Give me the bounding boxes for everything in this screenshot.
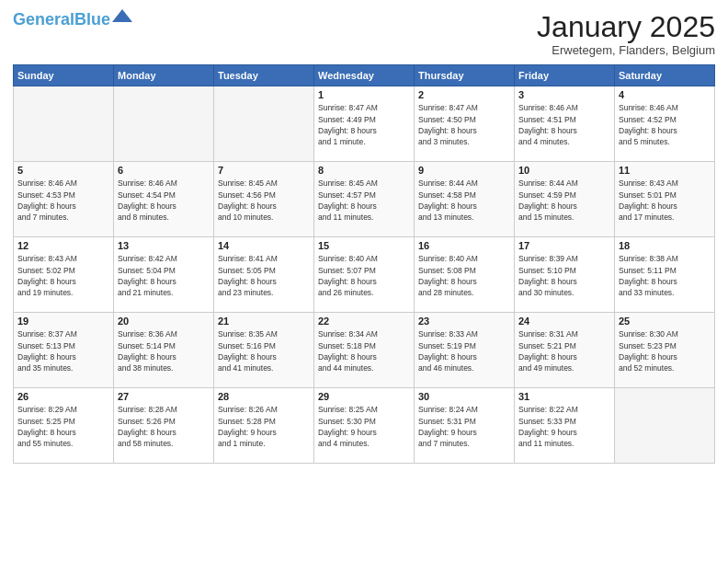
calendar-week-row: 26Sunrise: 8:29 AMSunset: 5:25 PMDayligh… <box>14 388 715 464</box>
table-row: 14Sunrise: 8:41 AMSunset: 5:05 PMDayligh… <box>214 237 314 313</box>
day-info: Sunrise: 8:46 AMSunset: 4:51 PMDaylight:… <box>518 102 610 147</box>
col-wednesday: Wednesday <box>314 65 415 86</box>
table-row <box>14 86 114 162</box>
day-info: Sunrise: 8:46 AMSunset: 4:53 PMDaylight:… <box>17 178 109 223</box>
location: Erwetegem, Flanders, Belgium <box>537 43 715 57</box>
day-info: Sunrise: 8:22 AMSunset: 5:33 PMDaylight:… <box>518 404 610 449</box>
day-number: 28 <box>218 391 310 402</box>
day-number: 17 <box>518 240 610 251</box>
day-info: Sunrise: 8:42 AMSunset: 5:04 PMDaylight:… <box>118 253 210 298</box>
day-number: 21 <box>218 316 310 327</box>
month-title: January 2025 <box>537 11 715 43</box>
calendar-week-row: 5Sunrise: 8:46 AMSunset: 4:53 PMDaylight… <box>14 162 715 237</box>
day-number: 30 <box>418 391 510 402</box>
day-info: Sunrise: 8:45 AMSunset: 4:57 PMDaylight:… <box>318 178 410 223</box>
day-number: 19 <box>17 316 109 327</box>
day-info: Sunrise: 8:28 AMSunset: 5:26 PMDaylight:… <box>118 404 210 449</box>
day-number: 15 <box>318 240 410 251</box>
table-row: 8Sunrise: 8:45 AMSunset: 4:57 PMDaylight… <box>314 162 415 237</box>
day-info: Sunrise: 8:47 AMSunset: 4:50 PMDaylight:… <box>418 102 510 147</box>
calendar-week-row: 19Sunrise: 8:37 AMSunset: 5:13 PMDayligh… <box>14 313 715 388</box>
day-number: 22 <box>318 316 410 327</box>
day-info: Sunrise: 8:46 AMSunset: 4:54 PMDaylight:… <box>118 178 210 223</box>
table-row: 21Sunrise: 8:35 AMSunset: 5:16 PMDayligh… <box>214 313 314 388</box>
day-number: 8 <box>318 165 410 176</box>
table-row: 10Sunrise: 8:44 AMSunset: 4:59 PMDayligh… <box>515 162 615 237</box>
table-row: 24Sunrise: 8:31 AMSunset: 5:21 PMDayligh… <box>515 313 615 388</box>
table-row <box>114 86 214 162</box>
day-number: 26 <box>17 391 109 402</box>
table-row: 2Sunrise: 8:47 AMSunset: 4:50 PMDaylight… <box>415 86 515 162</box>
day-number: 10 <box>518 165 610 176</box>
table-row: 4Sunrise: 8:46 AMSunset: 4:52 PMDaylight… <box>615 86 715 162</box>
col-sunday: Sunday <box>14 65 114 86</box>
col-friday: Friday <box>515 65 615 86</box>
day-info: Sunrise: 8:29 AMSunset: 5:25 PMDaylight:… <box>17 404 109 449</box>
day-number: 5 <box>17 165 109 176</box>
day-info: Sunrise: 8:35 AMSunset: 5:16 PMDaylight:… <box>218 328 310 373</box>
table-row: 22Sunrise: 8:34 AMSunset: 5:18 PMDayligh… <box>314 313 415 388</box>
table-row: 17Sunrise: 8:39 AMSunset: 5:10 PMDayligh… <box>515 237 615 313</box>
table-row: 18Sunrise: 8:38 AMSunset: 5:11 PMDayligh… <box>615 237 715 313</box>
day-info: Sunrise: 8:39 AMSunset: 5:10 PMDaylight:… <box>518 253 610 298</box>
day-info: Sunrise: 8:26 AMSunset: 5:28 PMDaylight:… <box>218 404 310 449</box>
day-info: Sunrise: 8:40 AMSunset: 5:08 PMDaylight:… <box>418 253 510 298</box>
day-info: Sunrise: 8:40 AMSunset: 5:07 PMDaylight:… <box>318 253 410 298</box>
day-number: 29 <box>318 391 410 402</box>
calendar-week-row: 1Sunrise: 8:47 AMSunset: 4:49 PMDaylight… <box>14 86 715 162</box>
day-info: Sunrise: 8:44 AMSunset: 4:59 PMDaylight:… <box>518 178 610 223</box>
day-info: Sunrise: 8:37 AMSunset: 5:13 PMDaylight:… <box>17 328 109 373</box>
table-row: 6Sunrise: 8:46 AMSunset: 4:54 PMDaylight… <box>114 162 214 237</box>
day-info: Sunrise: 8:30 AMSunset: 5:23 PMDaylight:… <box>619 328 711 373</box>
table-row <box>214 86 314 162</box>
day-number: 7 <box>218 165 310 176</box>
table-row: 19Sunrise: 8:37 AMSunset: 5:13 PMDayligh… <box>14 313 114 388</box>
col-thursday: Thursday <box>415 65 515 86</box>
header: GeneralBlue January 2025 Erwetegem, Flan… <box>13 11 715 57</box>
day-info: Sunrise: 8:46 AMSunset: 4:52 PMDaylight:… <box>619 102 711 147</box>
table-row: 3Sunrise: 8:46 AMSunset: 4:51 PMDaylight… <box>515 86 615 162</box>
day-number: 20 <box>118 316 210 327</box>
day-info: Sunrise: 8:33 AMSunset: 5:19 PMDaylight:… <box>418 328 510 373</box>
table-row: 27Sunrise: 8:28 AMSunset: 5:26 PMDayligh… <box>114 388 214 464</box>
table-row: 20Sunrise: 8:36 AMSunset: 5:14 PMDayligh… <box>114 313 214 388</box>
col-saturday: Saturday <box>615 65 715 86</box>
day-info: Sunrise: 8:41 AMSunset: 5:05 PMDaylight:… <box>218 253 310 298</box>
day-number: 23 <box>418 316 510 327</box>
day-info: Sunrise: 8:43 AMSunset: 5:01 PMDaylight:… <box>619 178 711 223</box>
day-info: Sunrise: 8:25 AMSunset: 5:30 PMDaylight:… <box>318 404 410 449</box>
calendar-table: Sunday Monday Tuesday Wednesday Thursday… <box>13 64 715 464</box>
day-info: Sunrise: 8:31 AMSunset: 5:21 PMDaylight:… <box>518 328 610 373</box>
table-row: 29Sunrise: 8:25 AMSunset: 5:30 PMDayligh… <box>314 388 415 464</box>
table-row: 26Sunrise: 8:29 AMSunset: 5:25 PMDayligh… <box>14 388 114 464</box>
table-row: 30Sunrise: 8:24 AMSunset: 5:31 PMDayligh… <box>415 388 515 464</box>
table-row: 11Sunrise: 8:43 AMSunset: 5:01 PMDayligh… <box>615 162 715 237</box>
logo: GeneralBlue <box>13 11 132 28</box>
day-info: Sunrise: 8:24 AMSunset: 5:31 PMDaylight:… <box>418 404 510 449</box>
day-number: 14 <box>218 240 310 251</box>
day-number: 25 <box>619 316 711 327</box>
table-row <box>615 388 715 464</box>
table-row: 13Sunrise: 8:42 AMSunset: 5:04 PMDayligh… <box>114 237 214 313</box>
day-number: 2 <box>418 89 510 100</box>
day-info: Sunrise: 8:47 AMSunset: 4:49 PMDaylight:… <box>318 102 410 147</box>
logo-text: GeneralBlue <box>13 11 110 28</box>
table-row: 15Sunrise: 8:40 AMSunset: 5:07 PMDayligh… <box>314 237 415 313</box>
day-number: 24 <box>518 316 610 327</box>
day-number: 16 <box>418 240 510 251</box>
calendar-header-row: Sunday Monday Tuesday Wednesday Thursday… <box>14 65 715 86</box>
logo-general: General <box>13 10 74 29</box>
day-number: 1 <box>318 89 410 100</box>
day-number: 11 <box>619 165 711 176</box>
table-row: 7Sunrise: 8:45 AMSunset: 4:56 PMDaylight… <box>214 162 314 237</box>
day-number: 6 <box>118 165 210 176</box>
calendar-page: GeneralBlue January 2025 Erwetegem, Flan… <box>0 0 728 563</box>
table-row: 23Sunrise: 8:33 AMSunset: 5:19 PMDayligh… <box>415 313 515 388</box>
day-info: Sunrise: 8:34 AMSunset: 5:18 PMDaylight:… <box>318 328 410 373</box>
table-row: 5Sunrise: 8:46 AMSunset: 4:53 PMDaylight… <box>14 162 114 237</box>
table-row: 25Sunrise: 8:30 AMSunset: 5:23 PMDayligh… <box>615 313 715 388</box>
table-row: 12Sunrise: 8:43 AMSunset: 5:02 PMDayligh… <box>14 237 114 313</box>
table-row: 16Sunrise: 8:40 AMSunset: 5:08 PMDayligh… <box>415 237 515 313</box>
table-row: 28Sunrise: 8:26 AMSunset: 5:28 PMDayligh… <box>214 388 314 464</box>
day-info: Sunrise: 8:44 AMSunset: 4:58 PMDaylight:… <box>418 178 510 223</box>
